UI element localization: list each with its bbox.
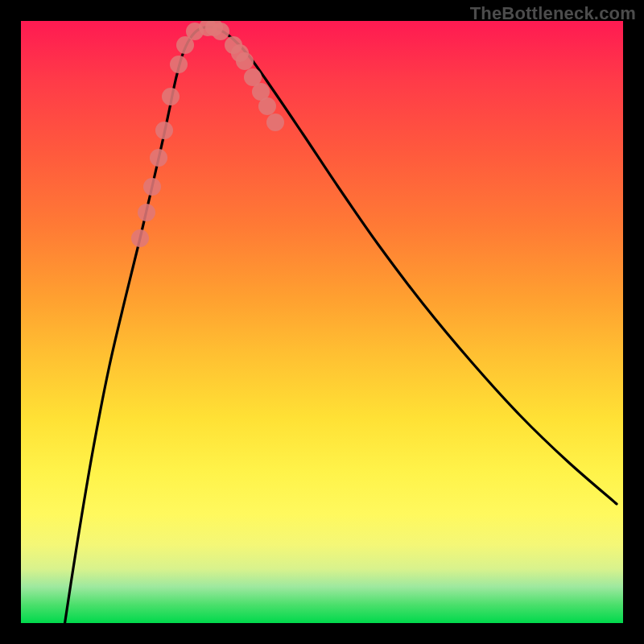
data-point — [143, 178, 161, 196]
data-point — [162, 88, 180, 105]
chart-svg — [21, 21, 623, 623]
data-point — [170, 56, 188, 73]
data-point — [258, 97, 276, 115]
data-point — [155, 122, 173, 139]
data-markers — [131, 21, 284, 247]
data-point — [131, 229, 149, 247]
data-point — [150, 149, 167, 167]
bottleneck-curve — [61, 27, 617, 623]
data-point — [231, 44, 249, 62]
data-point — [138, 204, 155, 221]
data-point — [266, 114, 284, 131]
